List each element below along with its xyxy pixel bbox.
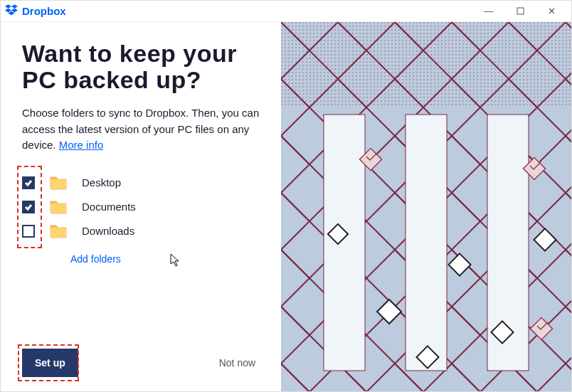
more-info-link[interactable]: More info	[59, 139, 104, 151]
folder-list: Desktop Documents Downloads	[22, 171, 268, 243]
svg-marker-0	[5, 4, 11, 9]
folder-icon	[49, 175, 68, 191]
folder-label: Desktop	[82, 176, 121, 189]
maximize-button[interactable]	[504, 1, 536, 21]
svg-marker-1	[11, 4, 18, 9]
illustration-panel	[281, 22, 571, 391]
documents-checkbox[interactable]	[22, 201, 35, 213]
setup-button[interactable]: Set up	[22, 349, 78, 377]
desktop-checkbox[interactable]	[22, 176, 35, 189]
svg-rect-7	[51, 203, 66, 213]
svg-marker-2	[5, 8, 11, 12]
svg-marker-3	[11, 8, 18, 12]
folder-label: Documents	[82, 201, 136, 213]
svg-marker-4	[9, 11, 15, 15]
close-button[interactable]: ✕	[536, 1, 567, 21]
folder-row-downloads: Downloads	[22, 219, 268, 243]
svg-rect-19	[324, 115, 365, 371]
add-folders-link[interactable]: Add folders	[70, 253, 268, 265]
page-description: Choose folders to sync to Dropbox. Then,…	[22, 105, 268, 154]
svg-rect-18	[281, 22, 571, 107]
illustration-pattern-icon	[281, 22, 571, 391]
dropbox-logo-icon	[5, 4, 18, 18]
page-heading: Want to keep your PC backed up?	[22, 41, 268, 92]
folder-icon	[49, 199, 68, 215]
folder-row-desktop: Desktop	[22, 171, 268, 195]
svg-rect-5	[517, 8, 524, 14]
dropbox-backup-window: Dropbox — ✕ Want to keep your PC backed …	[0, 0, 572, 392]
folder-label: Downloads	[82, 225, 134, 237]
not-now-link[interactable]: Not now	[219, 357, 255, 369]
titlebar: Dropbox — ✕	[1, 1, 571, 22]
folder-icon	[49, 223, 68, 239]
svg-rect-8	[51, 228, 66, 238]
description-text: Choose folders to sync to Dropbox. Then,…	[22, 107, 259, 151]
folder-row-documents: Documents	[22, 195, 268, 219]
svg-rect-6	[51, 179, 66, 189]
svg-rect-20	[406, 115, 447, 371]
app-title: Dropbox	[22, 5, 66, 17]
downloads-checkbox[interactable]	[22, 225, 35, 238]
minimize-button[interactable]: —	[473, 1, 504, 21]
